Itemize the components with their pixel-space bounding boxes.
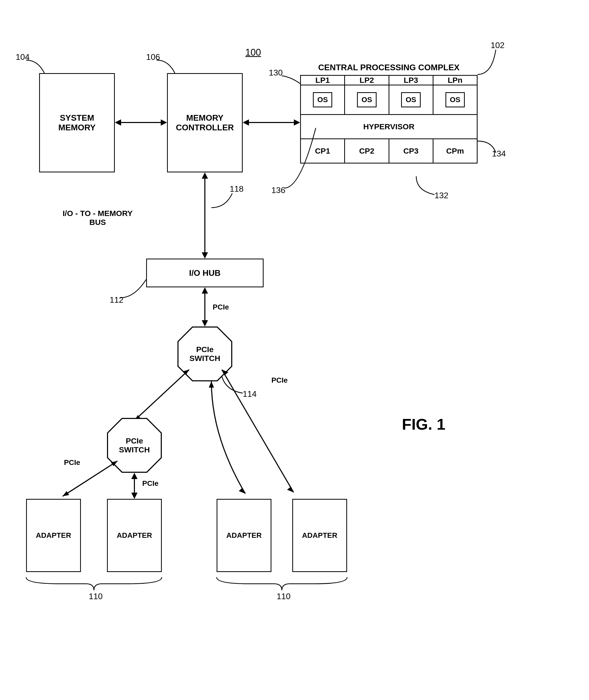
lp3-cell: LP3 bbox=[389, 76, 433, 85]
ref-104: 104 bbox=[16, 52, 29, 62]
os-box-2: OS bbox=[357, 92, 376, 107]
arrowhead-sw1-dn bbox=[202, 320, 208, 326]
leader-118 bbox=[211, 193, 243, 209]
memory-controller-block: MEMORY CONTROLLER bbox=[167, 73, 243, 172]
leader-104 bbox=[26, 60, 57, 76]
arrowhead-mc2 bbox=[243, 119, 249, 126]
arrowhead-iohub-up bbox=[202, 287, 208, 294]
figure-title: FIG. 1 bbox=[402, 415, 445, 433]
lp1-cell: LP1 bbox=[301, 76, 345, 85]
hypervisor-cell: HYPERVISOR bbox=[301, 115, 477, 139]
cpm-cell: CPm bbox=[433, 139, 477, 163]
svg-marker-10 bbox=[63, 491, 69, 496]
arrowhead-sm bbox=[115, 119, 121, 126]
os-box-1: OS bbox=[313, 92, 332, 107]
leader-102 bbox=[477, 50, 509, 76]
os-box-3: OS bbox=[401, 92, 420, 107]
arrow-sw2-ad2 bbox=[134, 479, 135, 493]
cpc-table: LP1 LP2 LP3 LPn OS OS OS OS HYPERVISOR C… bbox=[300, 75, 477, 163]
cp3-cell: CP3 bbox=[389, 139, 433, 163]
ref-134: 134 bbox=[492, 149, 506, 159]
os2-cell: OS bbox=[345, 85, 389, 115]
arrow-iohub-sw1 bbox=[204, 294, 205, 320]
pcie-label-1: PCIe bbox=[213, 303, 229, 311]
diagram-root: 100 SYSTEM MEMORY 104 MEMORY CONTROLLER … bbox=[10, 10, 579, 690]
cpc-block: CENTRAL PROCESSING COMPLEX LP1 LP2 LP3 L… bbox=[300, 63, 477, 163]
os-row: OS OS OS OS bbox=[301, 85, 477, 115]
cp2-cell: CP2 bbox=[345, 139, 389, 163]
arrow-mc-cpc bbox=[249, 122, 294, 123]
leader-136 bbox=[284, 125, 326, 191]
adapter-2: ADAPTER bbox=[107, 499, 162, 572]
io-to-memory-bus-label: I/O - TO - MEMORY BUS bbox=[63, 209, 133, 227]
lp-row: LP1 LP2 LP3 LPn bbox=[301, 76, 477, 85]
adapter-3: ADAPTER bbox=[217, 499, 271, 572]
pcie-label-right: PCIe bbox=[271, 376, 287, 385]
arrowhead-iohub-dn bbox=[202, 252, 208, 259]
hypervisor-row: HYPERVISOR bbox=[301, 115, 477, 139]
brace-left bbox=[26, 575, 162, 593]
os3-cell: OS bbox=[389, 85, 433, 115]
pcie-label-left: PCIe bbox=[64, 458, 80, 467]
arrowhead-ad2-dn bbox=[131, 493, 138, 499]
arrow-mc-iohub bbox=[204, 179, 205, 252]
ref-112: 112 bbox=[110, 295, 124, 305]
arrow-sm-mc bbox=[121, 122, 161, 123]
leader-130 bbox=[282, 76, 303, 86]
arrow-sw1-sw2 bbox=[128, 366, 196, 426]
cp-row: CP1 CP2 CP3 CPm bbox=[301, 139, 477, 163]
ref-100: 100 bbox=[245, 47, 261, 58]
arrow-sw1-ad-r1 bbox=[201, 381, 253, 499]
ref-132: 132 bbox=[434, 191, 448, 200]
ref-110-left: 110 bbox=[89, 592, 103, 601]
ref-106: 106 bbox=[146, 52, 160, 62]
arrowhead-mc-up bbox=[202, 172, 208, 179]
os1-cell: OS bbox=[301, 85, 345, 115]
arrowhead-sw2-up bbox=[131, 473, 138, 479]
os-box-4: OS bbox=[445, 92, 465, 107]
svg-marker-4 bbox=[222, 370, 228, 375]
svg-marker-5 bbox=[287, 486, 293, 493]
svg-marker-7 bbox=[239, 488, 245, 494]
ref-102: 102 bbox=[490, 40, 505, 50]
arrowhead-cpc bbox=[294, 119, 300, 126]
leader-112 bbox=[120, 279, 151, 300]
lp2-cell: LP2 bbox=[345, 76, 389, 85]
svg-marker-6 bbox=[209, 381, 214, 388]
os4-cell: OS bbox=[433, 85, 477, 115]
pcie-label-mid: PCIe bbox=[142, 479, 158, 487]
svg-line-0 bbox=[135, 370, 189, 421]
svg-marker-9 bbox=[111, 461, 118, 466]
ref-118: 118 bbox=[230, 184, 243, 194]
adapter-4: ADAPTER bbox=[292, 499, 347, 572]
lpn-cell: LPn bbox=[433, 76, 477, 85]
ref-136: 136 bbox=[271, 185, 285, 195]
io-hub-block: I/O HUB bbox=[146, 259, 263, 287]
ref-110-right: 110 bbox=[276, 592, 290, 601]
cpc-title: CENTRAL PROCESSING COMPLEX bbox=[300, 63, 477, 73]
system-memory-block: SYSTEM MEMORY bbox=[39, 73, 115, 172]
ref-130: 130 bbox=[269, 68, 282, 78]
arrowhead-mc bbox=[161, 119, 167, 126]
leader-106 bbox=[157, 60, 188, 76]
brace-right bbox=[217, 575, 347, 593]
adapter-1: ADAPTER bbox=[26, 499, 81, 572]
